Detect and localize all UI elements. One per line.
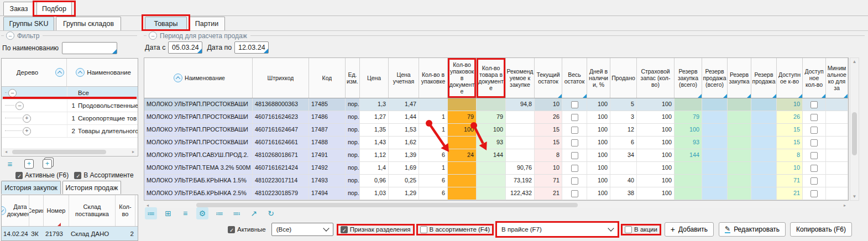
checkbox-icon[interactable] [228,226,235,233]
column-header-reserve-sale[interactable]: Резерв продажа [751,58,777,98]
refresh-icon[interactable]: ↻ [265,207,277,219]
row-checkbox[interactable] [571,152,578,159]
tab-tovary[interactable]: Товары [145,17,187,30]
tab-gruppy-sku[interactable]: Группы SKU [3,17,54,30]
column-header-min-order[interactable]: Минимальное ко для за [826,58,848,98]
tree-filter-icon[interactable]: ≡ [4,158,15,169]
column-header-days-in-stock[interactable]: Дней в наличии, % [587,58,610,98]
add-item-icon[interactable]: + [24,159,34,169]
column-header-unit[interactable]: Ед. изм. [346,58,360,98]
active-f6-checkbox[interactable]: Активные (F6) [15,171,69,179]
products-vscrollbar[interactable]: ▲ ▼ [850,57,859,201]
table-row[interactable]: МОЛОКО УЛЬТРАП.ТЕМА 3.2% 500М46071616214… [144,162,848,175]
add-multiple-icon[interactable]: + [43,159,52,169]
scrollbar-thumb[interactable] [852,112,857,155]
in-promo-checkbox[interactable]: В акции [625,226,657,233]
scroll-up-icon[interactable]: ▲ [850,59,859,64]
grid-view-icon[interactable]: ⊞ [162,207,174,219]
row-checkbox[interactable] [811,101,818,108]
column-header-sold[interactable]: Продано [610,58,637,98]
tree-row[interactable]: +1Скоропортящие тов [2,112,138,125]
row-checkbox[interactable] [811,114,818,121]
tree-column-header-naimenovanie[interactable]: Наименование [67,59,138,86]
price-filter-dropdown[interactable]: В прайсе (F7) [497,223,618,236]
numbered-list-icon[interactable]: ≔ [213,207,226,219]
column-header-reserve-sale-total[interactable]: Резерв продажа (всего) [702,58,728,98]
tab-gruppy-skladov[interactable]: Группы складов [56,17,121,30]
row-checkbox[interactable] [811,127,818,134]
in-assortment-f4-checkbox[interactable]: В ассортименте (F4) [420,226,490,233]
checkbox-icon[interactable] [625,226,632,233]
history-row[interactable]: 14.02.24ЗК21793Склад ДАНО2 [2,227,138,241]
scroll-right-icon[interactable]: ▸ [841,203,849,208]
export-icon[interactable]: ↗ [248,207,260,219]
column-header-reserve-purchase-total[interactable]: Резерв закупка (всего) [674,58,702,98]
copy-button[interactable]: Копировать (F6) [790,222,852,237]
tree-collapse-icon[interactable]: – [8,89,17,97]
tree-row[interactable]: +2Товары длительного [2,125,138,138]
tree-collapse-icon[interactable]: – [15,102,24,110]
tab-podbor[interactable]: Подбор [36,2,72,15]
column-header-recommended-purchase[interactable]: Рекомендуемое к закупке [506,58,535,98]
row-checkbox[interactable] [571,101,578,108]
series-filter-dropdown[interactable]: (Все) [271,223,333,236]
settings-gear-icon[interactable]: ⚙ [196,207,208,219]
row-checkbox[interactable] [811,139,818,146]
history-column-header-2[interactable]: Номер [44,195,69,226]
collapse-group-icon[interactable]: – [149,32,157,40]
sort-asc-icon[interactable] [174,74,182,82]
column-header-qty-per-pack[interactable]: Кол-во в упаковке [419,58,448,98]
column-header-price[interactable]: Цена [360,58,389,98]
row-checkbox[interactable] [571,165,578,172]
row-checkbox[interactable] [571,127,578,134]
column-header-safety-stock[interactable]: Страховой запас (кол-во) [637,58,674,98]
row-checkbox[interactable] [811,177,818,185]
filter-icon[interactable]: ≡ [179,207,191,219]
row-checkbox[interactable] [811,165,818,172]
date-to-input[interactable]: 12.03.24 [234,41,269,54]
split-flag-checkbox[interactable]: Признак разделения [341,226,411,233]
scroll-right-icon[interactable]: ▸ [129,149,137,154]
row-checkbox[interactable] [571,114,578,121]
sort-asc-icon[interactable] [55,68,64,77]
row-checkbox[interactable] [571,190,578,197]
column-header-whole-stock[interactable]: Весь остаток [562,58,587,98]
date-from-input[interactable]: 05.03.24 [168,41,202,54]
edit-button[interactable]: ✎ Редактировать [719,222,786,237]
table-row[interactable]: МОЛОКО УЛЬТР.БАБ.КРЫНКА 1.5%481022301711… [144,175,848,187]
table-row[interactable]: МОЛОКО УЛЬТР.БАБ.КРЫНКА 2.5%481022301857… [144,187,848,200]
active-filter-checkbox[interactable]: Активные [228,226,266,233]
tree-column-header-derevo[interactable]: Дерево [2,59,67,86]
tree-hscrollbar[interactable]: ◂ ▸ [2,148,137,155]
row-checkbox[interactable] [571,177,578,185]
name-filter-input[interactable] [63,43,117,54]
tree-row[interactable]: –1Продовольственные [2,99,138,112]
column-header-barcode[interactable]: Штрихкод [253,58,309,98]
row-checkbox[interactable] [811,190,818,197]
sort-desc-icon[interactable] [2,206,6,215]
tab-istoriya-prodazh[interactable]: История продаж [62,181,121,194]
history-column-header-3[interactable]: Склад поставщика [69,195,116,226]
add-button[interactable]: + Добавить [665,222,714,237]
tree-expand-icon[interactable]: + [23,114,31,123]
table-row[interactable]: МОЛОКО УЛЬТРАП.ПРОСТОКВАШИ48136880003631… [144,98,848,111]
column-header-goods-in-document[interactable]: Кол-во товара в документе [477,58,506,98]
column-header-code[interactable]: Код [309,58,346,98]
column-header-reserve-purchase[interactable]: Резерв закупка [728,58,751,98]
table-row[interactable]: МОЛОКО УЛЬТРАП.САВУШ.ПРОД.2.481026801867… [144,149,848,162]
scroll-down-icon[interactable]: ▼ [850,194,859,199]
in-assortment-checkbox[interactable]: В Ассортименте [74,171,133,179]
table-row[interactable]: МОЛОКО УЛЬТРАП.ПРОСТОКВАШИ46071616246231… [144,111,848,124]
checkbox-icon[interactable] [420,226,427,233]
tab-zakaz[interactable]: Заказ [3,2,34,15]
column-header-current-stock[interactable]: Текущий остаток [535,58,562,98]
tab-istoriya-zakupok[interactable]: История закупок [1,181,61,194]
checkbox-icon[interactable] [341,226,348,233]
row-checkbox[interactable] [811,152,818,159]
table-row[interactable]: МОЛОКО УЛЬТРАП.ПРОСТОКВАШИ46071616246471… [144,124,848,137]
history-column-header-1[interactable]: Серия [29,195,44,226]
column-header-name[interactable]: Наименование [144,58,253,98]
sort-asc-icon[interactable] [76,68,85,77]
scrollbar-thumb[interactable] [12,150,106,154]
checkbox-icon[interactable] [74,172,81,179]
